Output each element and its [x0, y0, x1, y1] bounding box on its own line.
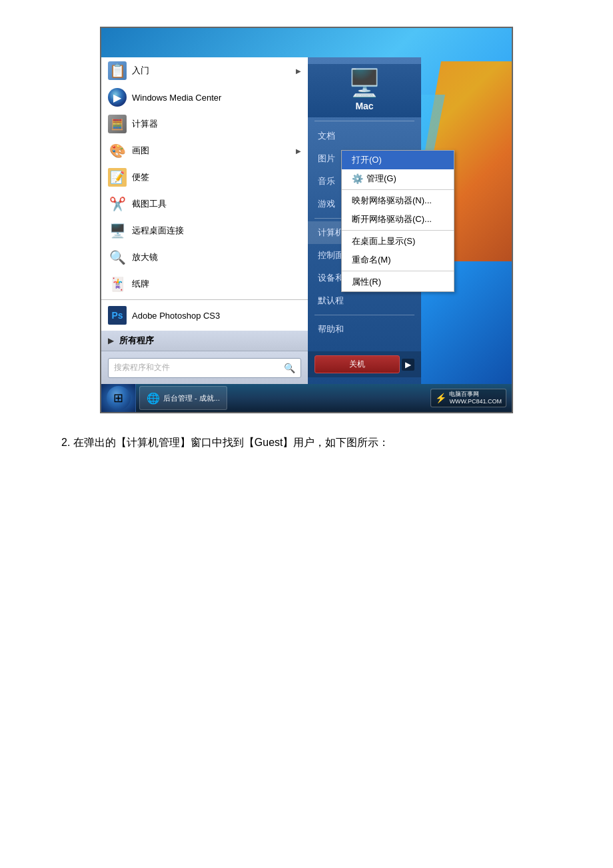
caption-text: 2. 在弹出的【计算机管理】窗口中找到【Guest】用户，如下图所示：	[40, 433, 573, 453]
shutdown-arrow[interactable]: ▶	[402, 359, 414, 371]
menu-item-remote[interactable]: 🖥️ 远程桌面连接	[101, 217, 308, 244]
menu-item-paint-label: 画图	[132, 145, 291, 157]
right-divider-top	[314, 121, 414, 121]
menu-item-magnify-label: 放大镜	[132, 251, 301, 263]
context-open[interactable]: 打开(O)	[342, 151, 454, 169]
all-programs[interactable]: ▶ 所有程序	[101, 331, 308, 351]
rumen-icon: 📋	[108, 61, 127, 80]
search-icon[interactable]: 🔍	[284, 363, 295, 373]
taskbar-logo-icon: ⚡	[435, 393, 446, 403]
menu-item-paint[interactable]: 🎨 画图 ▶	[101, 137, 308, 164]
search-box[interactable]: 搜索程序和文件 🔍	[108, 358, 301, 378]
start-menu-top: 📋 入门 ▶ ▶ Windows Media Center 🧮 计算器	[101, 57, 308, 331]
context-menu: 打开(O) ⚙️ 管理(G) 映射网络驱动器(N)... 断开网络驱动器(C).…	[341, 150, 454, 292]
remote-icon: 🖥️	[108, 221, 127, 240]
ps-icon: Ps	[108, 306, 127, 325]
right-menu-help[interactable]: 帮助和	[308, 318, 421, 341]
all-programs-arrow: ▶	[108, 336, 114, 345]
taskbar-item-icon: 🌐	[147, 392, 160, 405]
all-programs-label: 所有程序	[119, 335, 154, 347]
wmc-icon: ▶	[108, 88, 127, 107]
search-placeholder: 搜索程序和文件	[114, 362, 170, 373]
context-divider-3	[342, 271, 454, 271]
right-menu-doc[interactable]: 文档	[308, 125, 421, 147]
menu-item-wmc-label: Windows Media Center	[132, 93, 301, 103]
taskbar-logo-text: 电脑百事网WWW.PC841.COM	[449, 391, 502, 405]
menu-item-brief-label: 便签	[132, 171, 301, 183]
taskbar-right: ⚡ 电脑百事网WWW.PC841.COM	[430, 389, 512, 407]
menu-item-remote-label: 远程桌面连接	[132, 225, 301, 237]
user-header: 🖥️ Mac	[308, 64, 421, 117]
magnify-icon: 🔍	[108, 248, 127, 267]
menu-item-calc[interactable]: 🧮 计算器	[101, 111, 308, 137]
menu-item-cards-label: 纸牌	[132, 278, 301, 290]
menu-item-rumen[interactable]: 📋 入门 ▶	[101, 57, 308, 84]
menu-item-cards[interactable]: 🃏 纸牌	[101, 271, 308, 297]
rumen-arrow: ▶	[296, 67, 301, 75]
menu-item-calc-label: 计算器	[132, 118, 301, 130]
right-divider-help	[314, 315, 414, 315]
brief-icon: 📝	[108, 168, 127, 187]
username: Mac	[355, 101, 373, 111]
start-orb: ⊞	[107, 386, 131, 410]
shutdown-area: 关机 ▶	[308, 351, 421, 377]
taskbar: ⊞ 🌐 后台管理 - 成就... ⚡ 电脑百事网WWW.PC841.COM	[101, 384, 512, 412]
monitor-icon: 🖥️	[348, 67, 381, 99]
page-container: www.jb51x.com 📋 入门 ▶ ▶ Windows	[0, 0, 613, 479]
taskbar-items: 🌐 后台管理 - 成就...	[136, 386, 430, 410]
context-map-drive[interactable]: 映射网络驱动器(N)...	[342, 191, 454, 210]
menu-item-magnify[interactable]: 🔍 放大镜	[101, 244, 308, 271]
context-show-desktop[interactable]: 在桌面上显示(S)	[342, 232, 454, 251]
taskbar-item-backend[interactable]: 🌐 后台管理 - 成就...	[139, 386, 227, 410]
taskbar-logo: ⚡ 电脑百事网WWW.PC841.COM	[430, 389, 506, 407]
shutdown-button[interactable]: 关机	[314, 355, 400, 373]
context-properties[interactable]: 属性(R)	[342, 273, 454, 291]
menu-item-brief[interactable]: 📝 便签	[101, 164, 308, 191]
start-menu-left: 📋 入门 ▶ ▶ Windows Media Center 🧮 计算器	[101, 57, 308, 384]
screenshot-wrapper: www.jb51x.com 📋 入门 ▶ ▶ Windows	[100, 27, 513, 413]
taskbar-item-label: 后台管理 - 成就...	[163, 393, 220, 403]
context-manage[interactable]: ⚙️ 管理(G)	[342, 169, 454, 188]
menu-item-ps-label: Adobe Photoshop CS3	[132, 311, 301, 321]
context-disconnect[interactable]: 断开网络驱动器(C)...	[342, 210, 454, 229]
search-area: 搜索程序和文件 🔍	[101, 351, 308, 384]
menu-item-snip-label: 截图工具	[132, 198, 301, 210]
context-divider-2	[342, 230, 454, 231]
menu-item-wmc[interactable]: ▶ Windows Media Center	[101, 84, 308, 111]
calc-icon: 🧮	[108, 115, 127, 133]
menu-item-ps[interactable]: Ps Adobe Photoshop CS3	[101, 302, 308, 329]
cards-icon: 🃏	[108, 275, 127, 293]
paint-icon: 🎨	[108, 141, 127, 160]
menu-item-snip[interactable]: ✂️ 截图工具	[101, 191, 308, 217]
context-divider-1	[342, 189, 454, 190]
menu-item-rumen-label: 入门	[132, 65, 291, 77]
context-rename[interactable]: 重命名(M)	[342, 251, 454, 269]
paint-arrow: ▶	[296, 147, 301, 155]
right-menu-default[interactable]: 默认程	[308, 289, 421, 312]
windows-logo: ⊞	[113, 391, 123, 405]
snip-icon: ✂️	[108, 195, 127, 213]
menu-divider	[101, 299, 308, 300]
start-button[interactable]: ⊞	[101, 384, 136, 412]
